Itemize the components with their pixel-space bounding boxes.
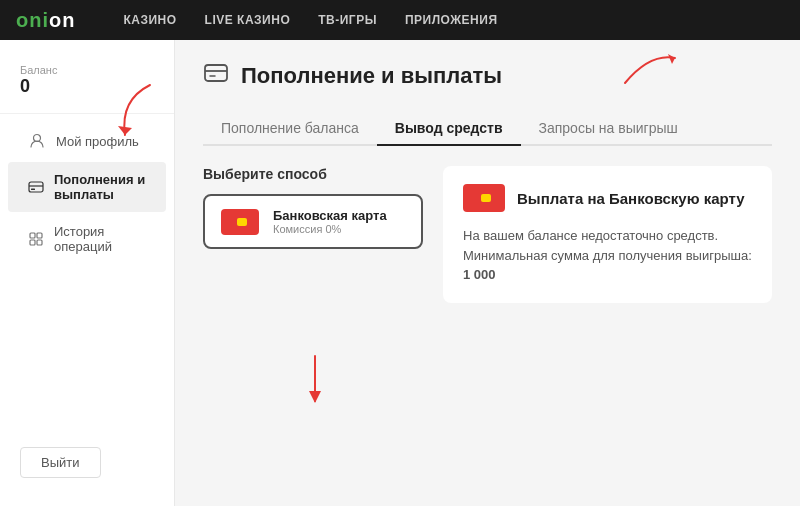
balance-label: Баланс bbox=[20, 64, 154, 76]
right-panel-description-text: На вашем балансе недостаточно средств. М… bbox=[463, 228, 752, 263]
svg-marker-10 bbox=[309, 391, 321, 403]
sidebar-item-label-payments: Пополнения и выплаты bbox=[54, 172, 146, 202]
right-panel-icon bbox=[463, 184, 505, 212]
nav-item-apps[interactable]: ПРИЛОЖЕНИЯ bbox=[405, 13, 498, 27]
sidebar-item-label-profile: Мой профиль bbox=[56, 134, 139, 149]
nav-item-live-casino[interactable]: LIVE КАЗИНО bbox=[205, 13, 291, 27]
tab-withdrawal[interactable]: Вывод средств bbox=[377, 112, 521, 146]
svg-rect-3 bbox=[30, 233, 35, 238]
svg-rect-2 bbox=[31, 189, 35, 191]
payment-method-card[interactable]: Банковская карта Комиссия 0% bbox=[203, 194, 423, 249]
profile-icon bbox=[28, 132, 46, 150]
svg-rect-7 bbox=[205, 65, 227, 81]
method-info: Банковская карта Комиссия 0% bbox=[273, 208, 387, 235]
svg-rect-1 bbox=[29, 182, 43, 192]
payment-card-icon bbox=[221, 209, 259, 235]
svg-rect-4 bbox=[37, 233, 42, 238]
right-panel-title: Выплата на Банковскую карту bbox=[517, 190, 745, 207]
balance-value: 0 bbox=[20, 76, 154, 97]
main-layout: Баланс 0 Мой профиль bbox=[0, 40, 800, 506]
logo[interactable]: onion bbox=[16, 9, 75, 32]
payments-icon bbox=[28, 178, 44, 196]
page-header: Пополнение и выплаты bbox=[203, 60, 772, 92]
arrow-bottom-method bbox=[295, 351, 335, 406]
balance-section: Баланс 0 bbox=[0, 56, 174, 114]
card-chip bbox=[237, 218, 247, 226]
sidebar: Баланс 0 Мой профиль bbox=[0, 40, 175, 506]
tab-win-requests[interactable]: Запросы на выигрыш bbox=[521, 112, 696, 146]
nav-item-casino[interactable]: КАЗИНО bbox=[123, 13, 176, 27]
page-title: Пополнение и выплаты bbox=[241, 63, 502, 89]
sidebar-footer: Выйти bbox=[0, 435, 174, 490]
select-method-label: Выберите способ bbox=[203, 166, 423, 182]
top-nav: onion КАЗИНО LIVE КАЗИНО ТВ-ИГРЫ ПРИЛОЖЕ… bbox=[0, 0, 800, 40]
right-panel-description: На вашем балансе недостаточно средств. М… bbox=[463, 226, 752, 285]
content-grid: Выберите способ Банковская карта Комисси… bbox=[203, 166, 772, 303]
main-content: Пополнение и выплаты Пополнение баланса … bbox=[175, 40, 800, 506]
sidebar-menu: Мой профиль Пополнения и выплаты bbox=[0, 122, 174, 435]
method-name: Банковская карта bbox=[273, 208, 387, 223]
method-fee: Комиссия 0% bbox=[273, 223, 387, 235]
page-header-icon bbox=[203, 60, 229, 92]
svg-rect-6 bbox=[37, 240, 42, 245]
right-card-chip bbox=[481, 194, 491, 202]
nav-item-tv-games[interactable]: ТВ-ИГРЫ bbox=[318, 13, 377, 27]
history-icon bbox=[28, 230, 44, 248]
logout-button[interactable]: Выйти bbox=[20, 447, 101, 478]
sidebar-item-label-history: История операций bbox=[54, 224, 146, 254]
right-panel-min-amount: 1 000 bbox=[463, 267, 496, 282]
right-panel: Выплата на Банковскую карту На вашем бал… bbox=[443, 166, 772, 303]
sidebar-item-payments[interactable]: Пополнения и выплаты bbox=[8, 162, 166, 212]
sidebar-item-my-profile[interactable]: Мой профиль bbox=[8, 122, 166, 160]
tab-deposit[interactable]: Пополнение баланса bbox=[203, 112, 377, 146]
svg-rect-5 bbox=[30, 240, 35, 245]
sidebar-item-history[interactable]: История операций bbox=[8, 214, 166, 264]
left-panel: Выберите способ Банковская карта Комисси… bbox=[203, 166, 423, 249]
right-panel-header: Выплата на Банковскую карту bbox=[463, 184, 752, 212]
tabs: Пополнение баланса Вывод средств Запросы… bbox=[203, 112, 772, 146]
